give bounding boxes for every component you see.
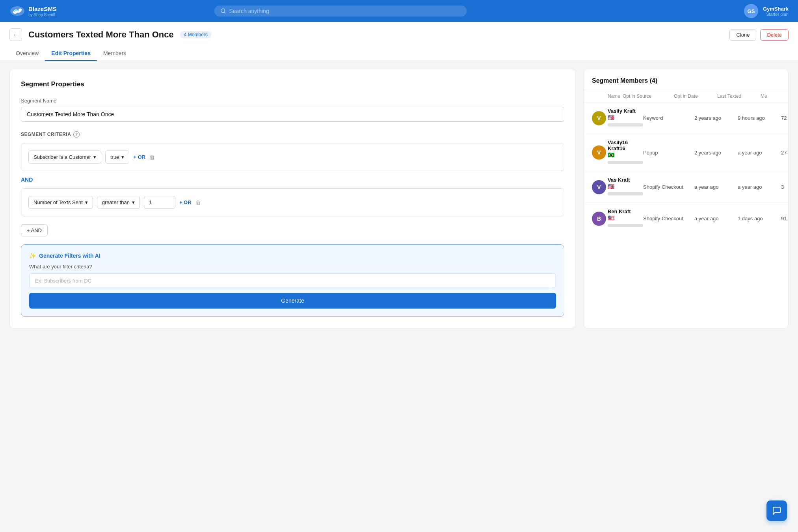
member-opt-date: 2 years ago xyxy=(694,115,738,121)
member-avatar: V xyxy=(592,111,606,125)
or-button-1[interactable]: + OR xyxy=(133,154,145,160)
member-info: Vasily16 Kraft16 🇧🇷 xyxy=(608,140,643,166)
generate-button[interactable]: Generate xyxy=(29,293,556,309)
user-info: GymShark Starter plan xyxy=(763,6,789,17)
svg-point-1 xyxy=(221,9,225,13)
operator-dropdown-1[interactable]: true ▾ xyxy=(105,151,129,164)
field-dropdown-2[interactable]: Number of Texts Sent ▾ xyxy=(28,196,93,209)
main-content: Segment Properties Segment Name SEGMENT … xyxy=(0,61,798,336)
member-opt-date: 2 years ago xyxy=(694,150,738,156)
member-count: 91 xyxy=(781,216,789,221)
member-count: 27 xyxy=(781,150,789,156)
member-last-texted: 9 hours ago xyxy=(738,115,781,121)
member-opt-source: Shopify Checkout xyxy=(643,184,694,190)
member-phone xyxy=(608,224,643,227)
member-flag: 🇧🇷 xyxy=(608,152,614,158)
operator-value-1: true xyxy=(110,154,119,160)
chat-fab-button[interactable] xyxy=(766,500,787,521)
member-flag: 🇺🇸 xyxy=(608,114,614,121)
segment-properties-title: Segment Properties xyxy=(21,80,564,88)
member-phone xyxy=(608,161,643,164)
member-name: Vasily Kraft xyxy=(608,108,643,114)
member-flag: 🇺🇸 xyxy=(608,215,614,221)
field-value-1: Subscriber is a Customer xyxy=(33,154,91,160)
member-last-texted: 1 days ago xyxy=(738,216,781,221)
page-title: Customers Texted More Than Once xyxy=(28,30,174,40)
delete-criteria-2[interactable]: 🗑 xyxy=(195,199,201,206)
table-row: B Ben Kraft 🇺🇸 Shopify Checkout a year a… xyxy=(584,203,788,234)
logo: BlazeSMS by Shop Sheriff xyxy=(9,5,73,17)
table-row: V Vasily Kraft 🇺🇸 Keyword 2 years ago 9 … xyxy=(584,102,788,134)
col-name: Name xyxy=(608,93,623,99)
member-last-texted: a year ago xyxy=(738,150,781,156)
member-avatar: B xyxy=(592,212,606,226)
top-navigation: BlazeSMS by Shop Sheriff GS GymShark Sta… xyxy=(0,0,798,22)
segment-criteria-label: SEGMENT CRITERIA ? xyxy=(21,131,564,138)
col-me: Me xyxy=(761,93,780,99)
help-icon[interactable]: ? xyxy=(73,131,80,138)
col-opt-source: Opt in Source xyxy=(623,93,674,99)
ai-filter-input[interactable] xyxy=(29,273,556,288)
member-count: 72 xyxy=(781,115,789,121)
tab-edit-properties[interactable]: Edit Properties xyxy=(45,46,97,61)
nav-right: GS GymShark Starter plan xyxy=(744,4,789,18)
tabs: Overview Edit Properties Members xyxy=(9,46,789,61)
criteria-box-1: Subscriber is a Customer ▾ true ▾ + OR 🗑 xyxy=(21,143,564,171)
criteria-row-2: Number of Texts Sent ▾ greater than ▾ + … xyxy=(28,196,557,209)
page-header: ← Customers Texted More Than Once 4 Memb… xyxy=(0,22,798,61)
operator-dropdown-2[interactable]: greater than ▾ xyxy=(97,196,140,209)
member-opt-source: Popup xyxy=(643,150,694,156)
member-phone xyxy=(608,192,643,195)
user-name: GymShark xyxy=(763,6,789,12)
left-panel: Segment Properties Segment Name SEGMENT … xyxy=(9,69,576,328)
user-plan: Starter plan xyxy=(763,12,789,17)
member-info: Vas Kraft 🇺🇸 xyxy=(608,177,643,197)
app-subname: by Shop Sheriff xyxy=(28,13,57,17)
tab-members[interactable]: Members xyxy=(97,46,132,61)
value-input-2[interactable] xyxy=(144,196,175,209)
segment-name-input[interactable] xyxy=(21,107,564,122)
member-name: Vas Kraft xyxy=(608,177,643,183)
table-row: V Vas Kraft 🇺🇸 Shopify Checkout a year a… xyxy=(584,171,788,203)
member-opt-source: Shopify Checkout xyxy=(643,216,694,221)
member-name: Ben Kraft xyxy=(608,208,643,214)
and-label: AND xyxy=(21,177,564,183)
member-info: Ben Kraft 🇺🇸 xyxy=(608,208,643,229)
criteria-box-2: Number of Texts Sent ▾ greater than ▾ + … xyxy=(21,188,564,216)
clone-button[interactable]: Clone xyxy=(729,29,756,41)
members-list: V Vasily Kraft 🇺🇸 Keyword 2 years ago 9 … xyxy=(584,102,788,234)
member-flag: 🇺🇸 xyxy=(608,183,614,190)
search-bar[interactable] xyxy=(214,6,467,17)
member-name: Vasily16 Kraft16 xyxy=(608,140,643,151)
add-and-button[interactable]: + AND xyxy=(21,224,48,236)
member-opt-date: a year ago xyxy=(694,184,738,190)
right-panel: Segment Members (4) Name Opt in Source O… xyxy=(584,69,789,328)
avatar: GS xyxy=(744,4,758,18)
back-button[interactable]: ← xyxy=(9,28,22,41)
segment-name-label: Segment Name xyxy=(21,98,564,104)
dropdown-arrow-1: ▾ xyxy=(93,154,96,160)
col-opt-date: Opt in Date xyxy=(674,93,717,99)
ai-section: ✨ Generate Filters with AI What are your… xyxy=(21,244,564,317)
operator-value-2: greater than xyxy=(102,199,130,205)
dropdown-arrow-op-2: ▾ xyxy=(132,199,135,205)
dropdown-arrow-op-1: ▾ xyxy=(121,154,124,160)
field-dropdown-1[interactable]: Subscriber is a Customer ▾ xyxy=(28,151,101,164)
table-row: V Vasily16 Kraft16 🇧🇷 Popup 2 years ago … xyxy=(584,134,788,171)
member-opt-source: Keyword xyxy=(643,115,694,121)
member-avatar: V xyxy=(592,145,606,160)
tab-overview[interactable]: Overview xyxy=(9,46,45,61)
page-title-row: ← Customers Texted More Than Once 4 Memb… xyxy=(9,28,789,41)
col-last-texted: Last Texted xyxy=(717,93,761,99)
delete-button[interactable]: Delete xyxy=(760,29,789,41)
ai-question: What are your filter criteria? xyxy=(29,264,556,270)
member-avatar: V xyxy=(592,180,606,194)
segment-members-title: Segment Members (4) xyxy=(584,69,788,90)
search-input[interactable] xyxy=(229,8,460,14)
ai-wand-icon: ✨ xyxy=(29,253,36,259)
ai-title: ✨ Generate Filters with AI xyxy=(29,253,556,259)
or-button-2[interactable]: + OR xyxy=(179,199,192,205)
table-header: Name Opt in Source Opt in Date Last Text… xyxy=(584,90,788,102)
delete-criteria-1[interactable]: 🗑 xyxy=(149,154,155,160)
criteria-row-1: Subscriber is a Customer ▾ true ▾ + OR 🗑 xyxy=(28,151,557,164)
